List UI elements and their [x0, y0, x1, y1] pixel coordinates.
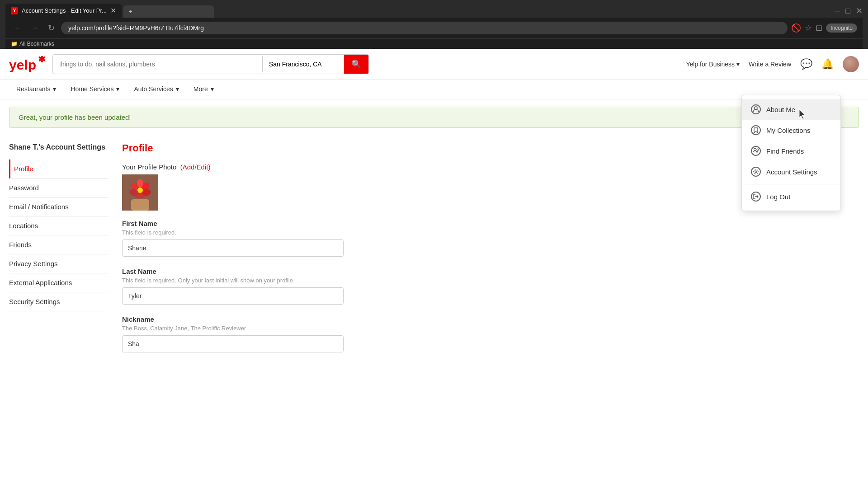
- bookmarks-bar: 📁 All Bookmarks: [5, 38, 863, 49]
- dropdown-item-find-friends[interactable]: Find Friends: [742, 141, 840, 161]
- first-name-input[interactable]: [122, 239, 344, 257]
- tab-favicon: Y: [11, 7, 18, 14]
- first-name-hint: This field is required.: [122, 229, 845, 236]
- nav-item-more[interactable]: More ▾: [186, 80, 221, 99]
- user-dropdown-menu: About Me My Collections Find Friends: [741, 95, 841, 211]
- minimize-button[interactable]: ─: [834, 6, 840, 16]
- chevron-down-icon: ▾: [176, 85, 179, 93]
- last-name-input[interactable]: [122, 287, 344, 305]
- sidebar-item-external-applications[interactable]: External Applications: [9, 273, 108, 292]
- chevron-down-icon: ▾: [211, 85, 214, 93]
- notifications-icon[interactable]: 🔔: [821, 58, 834, 70]
- logout-icon: [751, 192, 761, 202]
- header-links: Yelp for Business ▾ Write a Review 💬 🔔: [686, 56, 859, 72]
- search-button[interactable]: 🔍: [344, 55, 368, 74]
- close-button[interactable]: ✕: [856, 6, 863, 16]
- about-me-label: About Me: [766, 106, 795, 113]
- add-edit-photo-link[interactable]: (Add/Edit): [180, 163, 211, 171]
- page: yelp ✱ 🔍 Yelp for Business ▾ Write a Rev…: [0, 49, 868, 380]
- sidebar-item-friends[interactable]: Friends: [9, 235, 108, 254]
- account-settings-label: Account Settings: [766, 168, 817, 176]
- photo-label: Your Profile Photo (Add/Edit): [122, 163, 845, 171]
- yelp-logo[interactable]: yelp ✱: [9, 56, 45, 72]
- sidebar-item-profile[interactable]: Profile: [9, 160, 108, 178]
- svg-text:yelp: yelp: [9, 57, 36, 72]
- dropdown-item-my-collections[interactable]: My Collections: [742, 120, 840, 141]
- svg-rect-10: [131, 199, 149, 211]
- dropdown-item-about-me[interactable]: About Me: [742, 99, 840, 120]
- sidebar-item-email-notifications[interactable]: Email / Notifications: [9, 197, 108, 216]
- nav-item-restaurants[interactable]: Restaurants ▾: [9, 80, 63, 99]
- search-bar: 🔍: [52, 54, 369, 74]
- messages-icon[interactable]: 💬: [800, 58, 812, 70]
- yelp-for-business-link[interactable]: Yelp for Business ▾: [686, 61, 740, 68]
- nickname-hint: The Boss, Calamity Jane, The Prolific Re…: [122, 325, 845, 332]
- profile-window-icon[interactable]: ⊡: [816, 23, 822, 33]
- last-name-section: Last Name This field is required. Only y…: [122, 267, 845, 305]
- browser-nav: ← → ↻ 🚫 ☆ ⊡ Incognito: [5, 18, 863, 38]
- main-layout: Shane T.'s Account Settings Profile Pass…: [0, 135, 868, 380]
- svg-point-13: [757, 149, 759, 150]
- chevron-down-icon: ▾: [53, 85, 56, 93]
- browser-tabs: Y Account Settings - Edit Your Pr... ✕ +…: [5, 4, 863, 18]
- active-tab[interactable]: Y Account Settings - Edit Your Pr... ✕: [5, 4, 122, 18]
- svg-point-14: [755, 171, 757, 173]
- chevron-down-icon: ▾: [736, 61, 740, 68]
- svg-point-12: [754, 149, 756, 151]
- svg-point-9: [137, 188, 143, 193]
- nickname-section: Nickname The Boss, Calamity Jane, The Pr…: [122, 315, 845, 352]
- search-input[interactable]: [53, 56, 262, 72]
- nickname-input[interactable]: [122, 335, 344, 352]
- browser-chrome: Y Account Settings - Edit Your Pr... ✕ +…: [0, 0, 868, 49]
- bookmarks-folder-icon: 📁: [11, 41, 18, 47]
- address-bar[interactable]: [61, 22, 788, 34]
- profile-photo: [122, 174, 158, 211]
- sidebar-item-security-settings[interactable]: Security Settings: [9, 292, 108, 311]
- nav-bar: Restaurants ▾ Home Services ▾ Auto Servi…: [0, 80, 868, 99]
- yelp-header: yelp ✱ 🔍 Yelp for Business ▾ Write a Rev…: [0, 49, 868, 80]
- log-out-label: Log Out: [766, 193, 790, 201]
- sidebar: Shane T.'s Account Settings Profile Pass…: [9, 135, 108, 371]
- profile-photo-svg: [122, 174, 158, 211]
- chevron-down-icon: ▾: [116, 85, 119, 93]
- restore-button[interactable]: □: [845, 6, 850, 16]
- yelp-logo-svg: yelp ✱: [9, 56, 45, 72]
- dropdown-item-log-out[interactable]: Log Out: [742, 186, 840, 207]
- dropdown-separator: [742, 184, 840, 184]
- star-icon[interactable]: ☆: [805, 23, 812, 33]
- svg-point-11: [755, 107, 757, 109]
- last-name-hint: This field is required. Only your last i…: [122, 277, 845, 284]
- success-banner: Great, your profile has been updated!: [9, 107, 859, 128]
- sidebar-title: Shane T.'s Account Settings: [9, 142, 108, 152]
- write-review-link[interactable]: Write a Review: [749, 61, 791, 68]
- nav-actions: 🚫 ☆ ⊡ Incognito: [791, 23, 857, 33]
- bookmarks-label[interactable]: All Bookmarks: [19, 41, 54, 47]
- first-name-label: First Name: [122, 220, 845, 227]
- friends-icon: [751, 146, 761, 156]
- my-collections-label: My Collections: [766, 127, 811, 134]
- sidebar-item-locations[interactable]: Locations: [9, 216, 108, 235]
- nav-item-home-services[interactable]: Home Services ▾: [63, 80, 127, 99]
- last-name-label: Last Name: [122, 267, 845, 275]
- person-icon: [751, 104, 761, 114]
- find-friends-label: Find Friends: [766, 147, 804, 155]
- sidebar-nav: Profile Password Email / Notifications L…: [9, 160, 108, 311]
- gear-icon: [751, 167, 761, 177]
- nickname-label: Nickname: [122, 315, 845, 323]
- page-title: Profile: [122, 142, 845, 154]
- incognito-badge: Incognito: [826, 23, 857, 33]
- dropdown-item-account-settings[interactable]: Account Settings: [742, 161, 840, 182]
- nav-item-auto-services[interactable]: Auto Services ▾: [127, 80, 186, 99]
- refresh-button[interactable]: ↻: [45, 21, 57, 35]
- back-button[interactable]: ←: [11, 22, 24, 35]
- tab-label: Account Settings - Edit Your Pr...: [22, 7, 107, 14]
- tab-close-button[interactable]: ✕: [110, 6, 116, 15]
- camera-off-icon: 🚫: [791, 23, 801, 33]
- sidebar-item-privacy-settings[interactable]: Privacy Settings: [9, 254, 108, 273]
- forward-button[interactable]: →: [28, 22, 42, 35]
- location-input[interactable]: [263, 56, 344, 72]
- new-tab-button[interactable]: +: [123, 5, 214, 18]
- user-avatar[interactable]: [843, 56, 859, 72]
- sidebar-item-password[interactable]: Password: [9, 178, 108, 197]
- photo-section: Your Profile Photo (Add/Edit): [122, 163, 845, 211]
